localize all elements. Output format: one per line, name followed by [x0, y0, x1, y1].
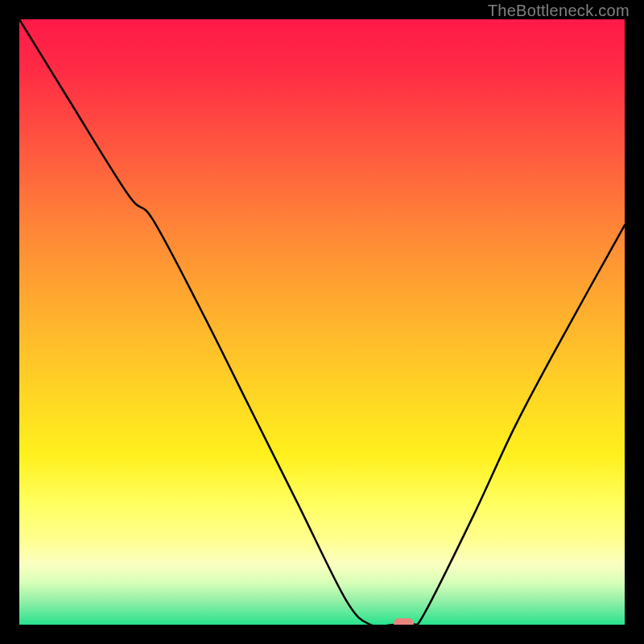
watermark-text: TheBottleneck.com: [488, 2, 630, 20]
optimal-marker: [394, 618, 413, 625]
chart-frame: TheBottleneck.com: [0, 0, 644, 644]
bottleneck-curve: [19, 19, 625, 625]
plot-area: [19, 19, 625, 625]
